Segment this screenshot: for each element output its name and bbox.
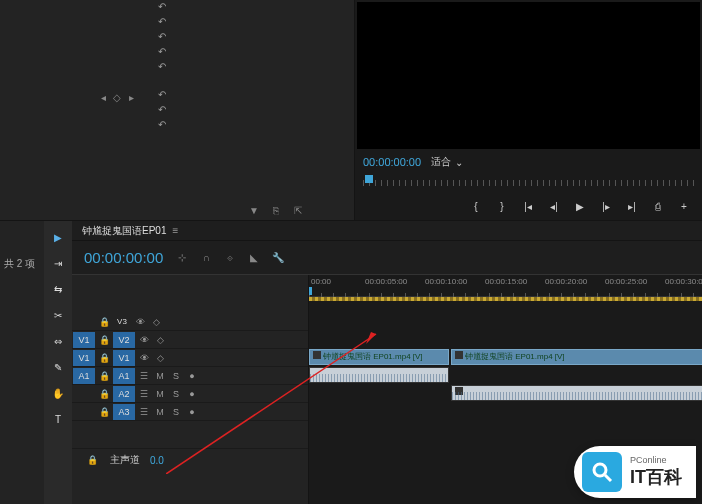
mix-value[interactable]: 0.0 (150, 455, 164, 466)
mute-button[interactable]: M (152, 371, 168, 381)
filter-icon[interactable]: ▼ (248, 205, 260, 216)
logo-subtitle: PConline (630, 455, 682, 465)
program-monitor: 00:00:00:00 适合⌄ { } |◂ ◂| ▶ |▸ ▸| ⎙ + (355, 0, 702, 220)
fit-dropdown[interactable]: 适合⌄ (431, 155, 463, 169)
svg-line-3 (605, 475, 611, 481)
export-icon[interactable]: ⇱ (292, 205, 304, 216)
audio-clip[interactable] (451, 385, 702, 401)
hand-tool-icon[interactable]: ✋ (50, 385, 66, 401)
source-panel: ↶ ↶ ↶ ↶ ↶ ↶ ↶ ↶ ◂ ◇ ▸ ▼ ⎘ ⇱ (0, 0, 355, 220)
chevron-down-icon: ⌄ (455, 157, 463, 168)
lock-icon[interactable]: 🔒 (96, 353, 112, 363)
logo-title: IT百科 (630, 465, 682, 489)
track-label-v2[interactable]: V2 (113, 332, 135, 348)
solo-button[interactable]: S (168, 389, 184, 399)
work-area-bar[interactable] (309, 297, 702, 301)
timeline-timecode[interactable]: 00:00:00:00 (84, 249, 163, 266)
lock-icon[interactable]: 🔒 (96, 335, 112, 345)
settings-icon[interactable]: 🔧 (271, 252, 285, 263)
audio-clip[interactable] (309, 367, 449, 383)
lock-icon[interactable]: 🔒 (96, 407, 112, 417)
track-label-a1[interactable]: A1 (113, 368, 135, 384)
magnet-icon[interactable]: ∩ (199, 252, 213, 263)
undo-icon[interactable]: ↶ (155, 60, 169, 74)
snap-icon[interactable]: ⊹ (175, 252, 189, 263)
play-icon[interactable]: ▶ (574, 201, 586, 212)
track-label-a3[interactable]: A3 (113, 404, 135, 420)
time-ruler[interactable]: 00:00 00:00:05:00 00:00:10:00 00:00:15:0… (309, 275, 702, 297)
project-side: 共 2 项 (0, 221, 44, 504)
monitor-timecode[interactable]: 00:00:00:00 (363, 156, 421, 168)
track-select-tool-icon[interactable]: ⇥ (50, 255, 66, 271)
track-label-v1[interactable]: V1 (113, 350, 135, 366)
link-icon[interactable]: ⟐ (223, 252, 237, 263)
solo-button[interactable]: S (168, 407, 184, 417)
prev-icon[interactable]: ◂ (98, 92, 108, 103)
eye-icon[interactable]: 👁 (132, 317, 148, 327)
ripple-tool-icon[interactable]: ⇆ (50, 281, 66, 297)
track-label-a2[interactable]: A2 (113, 386, 135, 402)
mark-out-icon[interactable]: } (496, 201, 508, 212)
svg-point-2 (594, 464, 606, 476)
video-clip[interactable]: 钟馗捉鬼国语 EP01.mp4 [V] (451, 349, 702, 365)
next-icon[interactable]: ▸ (126, 92, 136, 103)
undo-icon[interactable]: ↶ (155, 15, 169, 29)
video-preview[interactable] (357, 2, 700, 149)
eye-icon[interactable]: 👁 (136, 353, 152, 363)
diamond-icon[interactable]: ◇ (112, 92, 122, 103)
track-headers: 🔒V3👁◇ V1🔒V2👁◇ V1🔒V1👁◇ A1🔒A1☰MS● 🔒A2☰MS● … (72, 275, 309, 504)
eye-icon[interactable]: 👁 (136, 335, 152, 345)
mix-label: 主声道 (110, 453, 140, 467)
undo-icon[interactable]: ↶ (155, 118, 169, 132)
mic-icon[interactable]: ● (184, 389, 200, 399)
undo-icon[interactable]: ↶ (155, 30, 169, 44)
lock-icon[interactable]: 🔒 (96, 389, 112, 399)
lock-icon[interactable]: 🔒 (96, 317, 112, 327)
slip-tool-icon[interactable]: ⇔ (50, 333, 66, 349)
undo-icon[interactable]: ↶ (155, 45, 169, 59)
undo-icon[interactable]: ↶ (155, 88, 169, 102)
selection-tool-icon[interactable]: ▶ (50, 229, 66, 245)
monitor-scrubber[interactable] (363, 175, 694, 193)
watermark-logo: PConline IT百科 (574, 446, 696, 498)
sequence-name[interactable]: 钟馗捉鬼国语EP01 (82, 224, 166, 238)
source-a1[interactable]: A1 (73, 368, 95, 384)
go-in-icon[interactable]: |◂ (522, 201, 534, 212)
video-clip[interactable]: 钟馗捉鬼国语 EP01.mp4 [V] (309, 349, 449, 365)
solo-button[interactable]: S (168, 371, 184, 381)
mic-icon[interactable]: ● (184, 407, 200, 417)
marker-icon[interactable]: ◣ (247, 252, 261, 263)
search-icon (582, 452, 622, 492)
mute-button[interactable]: M (152, 407, 168, 417)
razor-tool-icon[interactable]: ✂ (50, 307, 66, 323)
item-count: 共 2 项 (0, 227, 44, 301)
mute-button[interactable]: M (152, 389, 168, 399)
mic-icon[interactable]: ● (184, 371, 200, 381)
step-fwd-icon[interactable]: |▸ (600, 201, 612, 212)
undo-icon[interactable]: ↶ (155, 103, 169, 117)
toolbar: ▶ ⇥ ⇆ ✂ ⇔ ✎ ✋ T (44, 221, 72, 504)
tag-icon[interactable]: ⎘ (270, 205, 282, 216)
export-frame-icon[interactable]: ⎙ (652, 201, 664, 212)
target-v1[interactable]: V1 (73, 350, 95, 366)
fx-icon (455, 351, 463, 359)
more-icon[interactable]: + (678, 201, 690, 212)
step-back-icon[interactable]: ◂| (548, 201, 560, 212)
lock-icon[interactable]: 🔒 (96, 371, 112, 381)
type-tool-icon[interactable]: T (50, 411, 66, 427)
undo-icon[interactable]: ↶ (155, 0, 169, 14)
track-label-v3[interactable]: V3 (112, 317, 132, 326)
source-v1[interactable]: V1 (73, 332, 95, 348)
go-out-icon[interactable]: ▸| (626, 201, 638, 212)
panel-menu-icon[interactable]: ≡ (172, 225, 178, 236)
playhead-icon[interactable] (365, 175, 373, 183)
pen-tool-icon[interactable]: ✎ (50, 359, 66, 375)
mark-in-icon[interactable]: { (470, 201, 482, 212)
fx-icon (313, 351, 321, 359)
